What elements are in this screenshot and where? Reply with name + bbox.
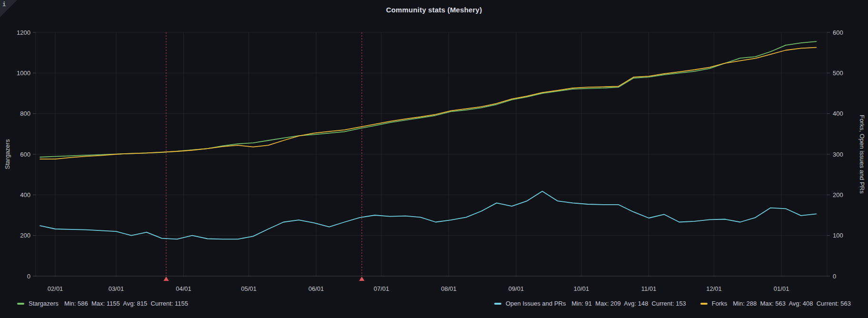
x-tick-label: 04/01 — [176, 285, 191, 292]
y-left-tick-label: 800 — [20, 110, 30, 117]
series-line-stargazers[interactable] — [40, 41, 816, 157]
y-right-tick-label: 500 — [833, 70, 843, 77]
x-tick-label: 09/01 — [509, 285, 524, 292]
x-tick-label: 12/01 — [706, 285, 722, 292]
y-right-tick-label: 400 — [833, 110, 843, 117]
series-line-open-issues-and-prs[interactable] — [40, 191, 816, 239]
y-left-tick-label: 200 — [20, 232, 30, 239]
legend-stats: Min: 91 Max: 209 Avg: 148 Current: 153 — [571, 300, 686, 307]
y-right-tick-label: 600 — [833, 29, 843, 36]
x-tick-label: 05/01 — [241, 285, 257, 292]
y-left-tick-label: 1200 — [17, 29, 30, 36]
legend-swatch-icon — [17, 303, 24, 305]
y-right-axis-title: Forks, Open issues and PRs — [858, 115, 866, 194]
x-tick-label: 07/01 — [374, 285, 389, 292]
y-left-tick-label: 1000 — [17, 70, 30, 77]
y-right-tick-label: 200 — [833, 191, 843, 199]
legend: Stargazers Min: 586 Max: 1155 Avg: 815 C… — [0, 300, 868, 307]
legend-item-open-issues-and-prs[interactable]: Open Issues and PRs Min: 91 Max: 209 Avg… — [494, 300, 686, 307]
legend-stats: Min: 586 Max: 1155 Avg: 815 Current: 115… — [64, 300, 188, 307]
y-left-tick-label: 600 — [20, 151, 30, 158]
legend-label: Forks — [712, 300, 728, 307]
legend-item-forks[interactable]: Forks Min: 288 Max: 563 Avg: 408 Current… — [700, 300, 851, 307]
chart-canvas[interactable]: 02/0103/0104/0105/0106/0107/0108/0109/01… — [0, 0, 868, 318]
legend-swatch-icon — [700, 303, 708, 305]
y-left-tick-label: 0 — [27, 273, 30, 280]
annotation-marker[interactable] — [163, 277, 169, 281]
x-tick-label: 11/01 — [641, 285, 657, 292]
x-tick-label: 01/01 — [774, 285, 789, 292]
legend-item-stargazers[interactable]: Stargazers Min: 586 Max: 1155 Avg: 815 C… — [17, 300, 188, 307]
annotation-marker[interactable] — [359, 277, 364, 281]
legend-label: Open Issues and PRs — [506, 300, 566, 307]
y-right-tick-label: 300 — [833, 151, 843, 158]
legend-stats: Min: 288 Max: 563 Avg: 408 Current: 563 — [733, 300, 851, 307]
x-tick-label: 10/01 — [574, 285, 589, 292]
y-right-tick-label: 100 — [833, 232, 843, 239]
graph-panel: i Community stats (Meshery) 02/0103/0104… — [0, 0, 868, 318]
x-tick-label: 08/01 — [441, 285, 457, 292]
y-right-tick-label: 0 — [833, 273, 836, 280]
y-left-axis-title: Stargazers — [4, 139, 11, 169]
x-tick-label: 03/01 — [109, 285, 124, 292]
series-line-forks[interactable] — [40, 48, 816, 159]
legend-label: Stargazers — [29, 300, 59, 307]
y-left-tick-label: 400 — [20, 191, 30, 199]
x-tick-label: 06/01 — [309, 285, 324, 292]
legend-swatch-icon — [494, 303, 501, 305]
x-tick-label: 02/01 — [48, 285, 63, 292]
